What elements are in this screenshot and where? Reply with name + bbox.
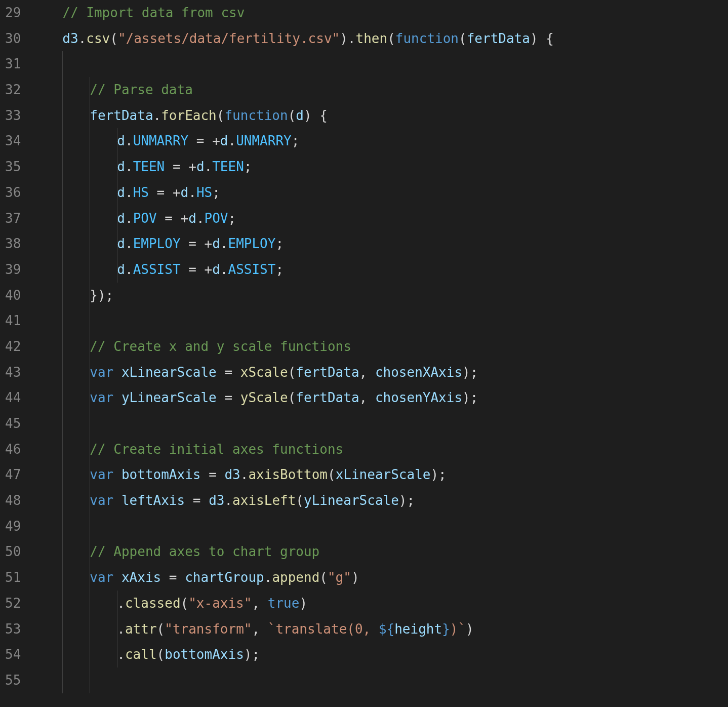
token: = + — [181, 236, 213, 251]
token: axisBottom — [248, 467, 328, 482]
code-line[interactable] — [35, 667, 728, 693]
code-line[interactable] — [35, 411, 728, 437]
code-line[interactable]: // Create initial axes functions — [35, 437, 728, 462]
token: fertData — [296, 390, 359, 405]
code-line[interactable] — [35, 308, 728, 334]
token: POV — [133, 211, 157, 226]
code-content: .attr("transform", `translate(0, ${heigh… — [35, 621, 473, 637]
code-line[interactable]: .attr("transform", `translate(0, ${heigh… — [35, 616, 728, 642]
token: . — [117, 647, 125, 662]
line-number: 29 — [5, 0, 21, 26]
token: bottomAxis — [122, 467, 201, 482]
code-line[interactable]: }); — [35, 283, 728, 308]
code-line[interactable] — [35, 51, 728, 77]
token: call — [125, 647, 157, 662]
code-content: d3.csv("/assets/data/fertility.csv").the… — [35, 31, 554, 46]
token: ( — [157, 621, 165, 637]
line-number: 48 — [5, 488, 21, 514]
line-number: 42 — [5, 334, 21, 360]
token: UNMARRY — [133, 133, 189, 148]
code-line[interactable] — [35, 514, 728, 539]
token: ( — [288, 365, 296, 380]
token: "/assets/data/fertility.csv" — [118, 31, 340, 46]
code-line[interactable]: // Parse data — [35, 77, 728, 103]
code-line[interactable]: var yLinearScale = yScale(fertData, chos… — [35, 385, 728, 411]
code-line[interactable]: var bottomAxis = d3.axisBottom(xLinearSc… — [35, 462, 728, 488]
indent-guide — [62, 360, 63, 385]
code-line[interactable]: fertData.forEach(function(d) { — [35, 103, 728, 129]
code-line[interactable]: d.POV = +d.POV; — [35, 206, 728, 231]
code-line[interactable]: // Append axes to chart group — [35, 539, 728, 565]
token: . — [125, 159, 133, 174]
token: ) { — [304, 108, 328, 123]
indent-guide — [62, 231, 63, 257]
token: ); — [244, 647, 260, 662]
token: ASSIST — [133, 262, 181, 277]
code-line[interactable]: d.HS = +d.HS; — [35, 180, 728, 206]
token: ( — [110, 31, 118, 46]
token: ( — [288, 108, 296, 123]
token — [113, 365, 122, 380]
code-area[interactable]: // Import data from csvd3.csv("/assets/d… — [35, 0, 728, 707]
indent-guide — [62, 462, 63, 488]
indent-guide — [117, 154, 117, 180]
code-line[interactable]: var xLinearScale = xScale(fertData, chos… — [35, 360, 728, 385]
indent-guide — [90, 539, 90, 565]
code-content: d.ASSIST = +d.ASSIST; — [35, 262, 284, 277]
indent-guide — [90, 154, 90, 180]
code-line[interactable]: d.TEEN = +d.TEEN; — [35, 154, 728, 180]
token: chosenXAxis — [375, 365, 462, 380]
token: . — [153, 108, 161, 123]
token: var — [90, 493, 113, 508]
code-line[interactable]: // Import data from csv — [35, 0, 728, 26]
code-line[interactable]: d.ASSIST = +d.ASSIST; — [35, 257, 728, 283]
token: fertData — [296, 365, 359, 380]
token: classed — [125, 596, 181, 611]
token: "transform" — [165, 621, 252, 637]
indent-guide — [117, 231, 117, 257]
token: ( — [181, 596, 189, 611]
indent-guide — [117, 257, 117, 283]
token: yLinearScale — [122, 390, 217, 405]
code-line[interactable]: var leftAxis = d3.axisLeft(yLinearScale)… — [35, 488, 728, 514]
code-line[interactable]: .classed("x-axis", true) — [35, 591, 728, 616]
token: forEach — [161, 108, 217, 123]
token: ); — [399, 493, 415, 508]
token: // Parse data — [90, 82, 193, 97]
code-editor[interactable]: 2930313233343536373839404142434445464748… — [0, 0, 728, 707]
code-line[interactable]: d.UNMARRY = +d.UNMARRY; — [35, 128, 728, 154]
indent-guide — [90, 462, 90, 488]
token: ( — [296, 493, 304, 508]
code-line[interactable]: d.EMPLOY = +d.EMPLOY; — [35, 231, 728, 257]
code-line[interactable]: // Create x and y scale functions — [35, 334, 728, 360]
token: HS — [196, 185, 212, 200]
token: . — [205, 159, 213, 174]
indent-guide — [90, 334, 90, 360]
token: , — [359, 390, 375, 405]
token: ( — [387, 31, 395, 46]
token: ); — [430, 467, 446, 482]
token — [113, 493, 122, 508]
code-line[interactable]: d3.csv("/assets/data/fertility.csv").the… — [35, 26, 728, 52]
token: = + — [188, 133, 220, 148]
token: = — [185, 493, 209, 508]
token — [113, 390, 122, 405]
token: ; — [244, 159, 252, 174]
line-number: 38 — [5, 231, 21, 257]
line-number: 35 — [5, 154, 21, 180]
token: axisLeft — [232, 493, 296, 508]
code-line[interactable]: .call(bottomAxis); — [35, 642, 728, 667]
indent-guide — [62, 334, 63, 360]
indent-guide — [62, 591, 63, 616]
token: xLinearScale — [336, 467, 431, 482]
token: TEEN — [133, 159, 165, 174]
token: ) — [351, 570, 359, 585]
token: POV — [205, 211, 228, 226]
token: d — [117, 236, 125, 251]
indent-guide — [90, 103, 90, 129]
token: ASSIST — [228, 262, 275, 277]
token: HS — [133, 185, 149, 200]
code-line[interactable]: var xAxis = chartGroup.append("g") — [35, 565, 728, 591]
token: . — [264, 570, 272, 585]
token: . — [125, 211, 133, 226]
